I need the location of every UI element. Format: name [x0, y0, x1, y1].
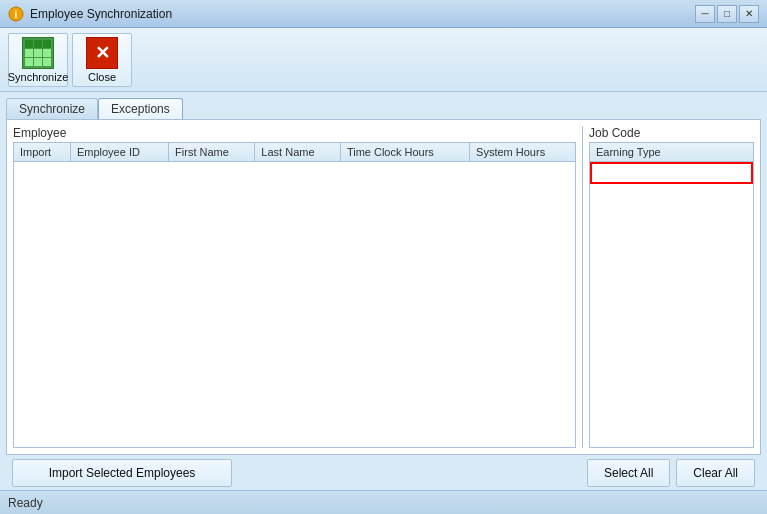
bottom-bar: Import Selected Employees Select All Cle…: [6, 455, 761, 491]
close-tool-label: Close: [88, 71, 116, 83]
jobcode-section-label: Job Code: [589, 126, 754, 140]
tab-synchronize[interactable]: Synchronize: [6, 98, 98, 119]
close-tool-icon: ✕: [86, 37, 118, 69]
employee-section-label: Employee: [13, 126, 576, 140]
employee-section: Employee Import Employee ID First Name L…: [13, 126, 576, 448]
exceptions-panel: Employee Import Employee ID First Name L…: [6, 119, 761, 455]
section-divider: [582, 126, 583, 448]
main-content: Synchronize Exceptions Employee Import E…: [0, 92, 767, 490]
earning-type-field[interactable]: [592, 164, 751, 182]
app-icon: i: [8, 6, 24, 22]
synchronize-icon: [22, 37, 54, 69]
col-first-name: First Name: [169, 143, 255, 162]
select-all-button[interactable]: Select All: [587, 459, 670, 487]
employee-table: Import Employee ID First Name Last Name …: [14, 143, 575, 162]
employee-table-header-row: Import Employee ID First Name Last Name …: [14, 143, 575, 162]
toolbar: Synchronize ✕ Close: [0, 28, 767, 92]
jobcode-section: Job Code Earning Type: [589, 126, 754, 448]
clear-all-button[interactable]: Clear All: [676, 459, 755, 487]
window-controls: ─ □ ✕: [695, 5, 759, 23]
earning-type-header: Earning Type: [590, 143, 753, 162]
close-tool-button[interactable]: ✕ Close: [72, 33, 132, 87]
synchronize-button[interactable]: Synchronize: [8, 33, 68, 87]
col-last-name: Last Name: [255, 143, 341, 162]
status-bar: Ready: [0, 490, 767, 514]
window-title: Employee Synchronization: [30, 7, 695, 21]
col-employee-id: Employee ID: [70, 143, 168, 162]
import-selected-button[interactable]: Import Selected Employees: [12, 459, 232, 487]
svg-text:i: i: [15, 9, 18, 20]
tab-bar: Synchronize Exceptions: [6, 98, 761, 119]
jobcode-table-wrapper: Earning Type: [589, 142, 754, 448]
close-window-button[interactable]: ✕: [739, 5, 759, 23]
tab-exceptions[interactable]: Exceptions: [98, 98, 183, 119]
status-text: Ready: [8, 496, 43, 510]
col-system-hours: System Hours: [470, 143, 575, 162]
panel-content: Employee Import Employee ID First Name L…: [13, 126, 754, 448]
earning-type-input[interactable]: [590, 162, 753, 184]
title-bar: i Employee Synchronization ─ □ ✕: [0, 0, 767, 28]
col-import: Import: [14, 143, 70, 162]
employee-table-wrapper: Import Employee ID First Name Last Name …: [13, 142, 576, 448]
col-time-clock-hours: Time Clock Hours: [340, 143, 469, 162]
maximize-button[interactable]: □: [717, 5, 737, 23]
synchronize-label: Synchronize: [8, 71, 69, 83]
minimize-button[interactable]: ─: [695, 5, 715, 23]
